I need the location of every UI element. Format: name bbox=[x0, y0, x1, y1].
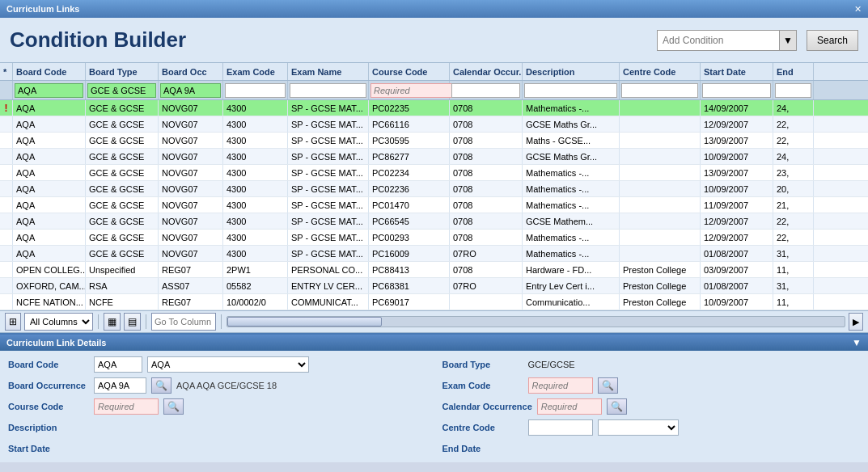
filter-start-date[interactable] bbox=[701, 81, 773, 99]
table-row[interactable]: NCFE NATION... NCFE REG07 10/0002/0 COMM… bbox=[0, 294, 868, 310]
board-code-input[interactable] bbox=[94, 356, 142, 373]
columns-select[interactable]: All Columns bbox=[24, 313, 93, 331]
cell-centre-code bbox=[620, 230, 701, 245]
grid-view-btn-1[interactable]: ▦ bbox=[104, 313, 121, 331]
filter-board-type[interactable] bbox=[86, 81, 159, 99]
filter-exam-code-input[interactable] bbox=[225, 83, 286, 98]
table-row[interactable]: AQA GCE & GCSE NOVG07 4300 SP - GCSE MAT… bbox=[0, 197, 868, 213]
filter-board-code[interactable] bbox=[13, 81, 86, 99]
row-indicator bbox=[0, 149, 13, 164]
cell-start-date: 12/09/2007 bbox=[701, 230, 773, 245]
cell-exam-code: 4300 bbox=[223, 230, 288, 245]
table-row[interactable]: AQA GCE & GCSE NOVG07 4300 SP - GCSE MAT… bbox=[0, 230, 868, 246]
filter-description-input[interactable] bbox=[524, 83, 617, 98]
cell-board-code: AQA bbox=[13, 149, 86, 164]
table-row[interactable]: AQA GCE & GCSE NOVG07 4300 SP - GCSE MAT… bbox=[0, 149, 868, 165]
exam-code-input[interactable] bbox=[528, 377, 593, 394]
add-condition-input[interactable] bbox=[658, 33, 779, 48]
cell-board-type: GCE & GCSE bbox=[86, 149, 159, 164]
filter-course-code-container: 🔍 bbox=[370, 83, 447, 98]
grid-view-btn-2[interactable]: ▤ bbox=[124, 313, 141, 331]
col-header-exam-code[interactable]: Exam Code bbox=[223, 63, 288, 80]
cell-start-date: 13/09/2007 bbox=[701, 133, 773, 148]
col-header-board-code[interactable]: Board Code bbox=[13, 63, 86, 80]
cell-centre-code: Preston College bbox=[620, 262, 701, 277]
board-occ-input[interactable] bbox=[94, 377, 146, 394]
centre-code-input[interactable] bbox=[528, 419, 593, 436]
board-code-select[interactable]: AQA bbox=[147, 356, 309, 373]
filter-centre-code-input[interactable] bbox=[621, 83, 698, 98]
table-row[interactable]: AQA GCE & GCSE NOVG07 4300 SP - GCSE MAT… bbox=[0, 116, 868, 133]
filter-cal-occur-input[interactable] bbox=[451, 83, 520, 98]
filter-exam-code[interactable] bbox=[223, 81, 288, 99]
filter-description[interactable] bbox=[523, 81, 620, 99]
col-header-exam-name[interactable]: Exam Name bbox=[288, 63, 369, 80]
course-code-search-btn[interactable]: 🔍 bbox=[163, 398, 184, 415]
course-code-label: Course Code bbox=[8, 402, 89, 411]
cell-exam-name: SP - GCSE MAT... bbox=[288, 149, 369, 164]
title-bar-text: Curriculum Links bbox=[6, 4, 79, 14]
grid-icon-btn[interactable]: ⊞ bbox=[5, 313, 21, 331]
board-occ-search-btn[interactable]: 🔍 bbox=[151, 377, 171, 394]
cell-board-type: GCE & GCSE bbox=[86, 165, 159, 180]
filter-course-code[interactable]: 🔍 bbox=[369, 81, 450, 99]
details-collapse-icon[interactable]: ▼ bbox=[852, 337, 862, 348]
cal-occur-search-btn[interactable]: 🔍 bbox=[607, 398, 627, 415]
table-row[interactable]: OXFORD, CAM... RSA ASS07 05582 ENTRY LV … bbox=[0, 278, 868, 294]
col-header-indicator: * bbox=[0, 63, 13, 80]
table-row[interactable]: AQA GCE & GCSE NOVG07 4300 SP - GCSE MAT… bbox=[0, 246, 868, 262]
col-header-course-code[interactable]: Course Code bbox=[369, 63, 450, 80]
cell-end: 22, bbox=[773, 116, 814, 132]
close-icon[interactable]: ✕ bbox=[854, 4, 862, 15]
cal-occur-input[interactable] bbox=[537, 398, 602, 415]
course-code-input[interactable] bbox=[94, 398, 159, 415]
row-indicator bbox=[0, 116, 13, 132]
table-row[interactable]: ! AQA GCE & GCSE NOVG07 4300 SP - GCSE M… bbox=[0, 100, 868, 116]
table-row[interactable]: AQA GCE & GCSE NOVG07 4300 SP - GCSE MAT… bbox=[0, 181, 868, 197]
filter-cal-occur[interactable] bbox=[450, 81, 523, 99]
add-condition-dropdown[interactable]: ▼ bbox=[657, 30, 797, 51]
table-row[interactable]: OPEN COLLEG... Unspecified REG07 2PW1 PE… bbox=[0, 262, 868, 278]
filter-board-type-input[interactable] bbox=[87, 83, 156, 98]
table-row[interactable]: AQA GCE & GCSE NOVG07 4300 SP - GCSE MAT… bbox=[0, 213, 868, 230]
cell-exam-code: 4300 bbox=[223, 197, 288, 213]
dropdown-arrow-icon[interactable]: ▼ bbox=[779, 31, 796, 50]
go-to-column-input[interactable] bbox=[151, 313, 216, 331]
row-indicator bbox=[0, 278, 13, 293]
title-bar: Curriculum Links ✕ bbox=[0, 0, 868, 18]
filter-board-occ-input[interactable] bbox=[160, 83, 221, 98]
cell-start-date: 12/09/2007 bbox=[701, 213, 773, 229]
search-button[interactable]: Search bbox=[807, 30, 858, 51]
cell-end: 23, bbox=[773, 165, 814, 180]
cell-centre-code bbox=[620, 197, 701, 213]
table-row[interactable]: AQA GCE & GCSE NOVG07 4300 SP - GCSE MAT… bbox=[0, 165, 868, 181]
cell-board-occ: NOVG07 bbox=[159, 133, 223, 148]
filter-end[interactable] bbox=[773, 81, 814, 99]
cell-cal-occur: 0708 bbox=[450, 213, 523, 229]
filter-board-occ[interactable] bbox=[159, 81, 223, 99]
toolbar-separator-3 bbox=[221, 314, 222, 329]
filter-board-code-input[interactable] bbox=[15, 83, 83, 98]
cell-board-code: AQA bbox=[13, 197, 86, 213]
centre-code-select[interactable] bbox=[598, 419, 679, 436]
col-header-start-date[interactable]: Start Date bbox=[701, 63, 773, 80]
filter-end-input[interactable] bbox=[775, 83, 811, 98]
col-header-centre-code[interactable]: Centre Code bbox=[620, 63, 701, 80]
cell-end: 31, bbox=[773, 246, 814, 261]
filter-centre-code[interactable] bbox=[620, 81, 701, 99]
scroll-right-btn[interactable]: ▶ bbox=[849, 313, 863, 331]
col-header-end[interactable]: End bbox=[773, 63, 814, 80]
table-row[interactable]: AQA GCE & GCSE NOVG07 4300 SP - GCSE MAT… bbox=[0, 133, 868, 149]
cell-exam-code: 4300 bbox=[223, 149, 288, 164]
filter-exam-name[interactable] bbox=[288, 81, 369, 99]
col-header-description[interactable]: Description bbox=[523, 63, 620, 80]
exam-code-search-btn[interactable]: 🔍 bbox=[598, 377, 618, 394]
col-header-cal-occur[interactable]: Calendar Occur... bbox=[450, 63, 523, 80]
filter-exam-name-input[interactable] bbox=[290, 83, 366, 98]
col-header-board-type[interactable]: Board Type bbox=[86, 63, 159, 80]
filter-start-date-input[interactable] bbox=[702, 83, 771, 98]
cell-exam-code: 4300 bbox=[223, 246, 288, 261]
cell-board-occ: REG07 bbox=[159, 294, 223, 310]
col-header-board-occ[interactable]: Board Occ bbox=[159, 63, 223, 80]
horizontal-scrollbar[interactable] bbox=[227, 316, 845, 327]
